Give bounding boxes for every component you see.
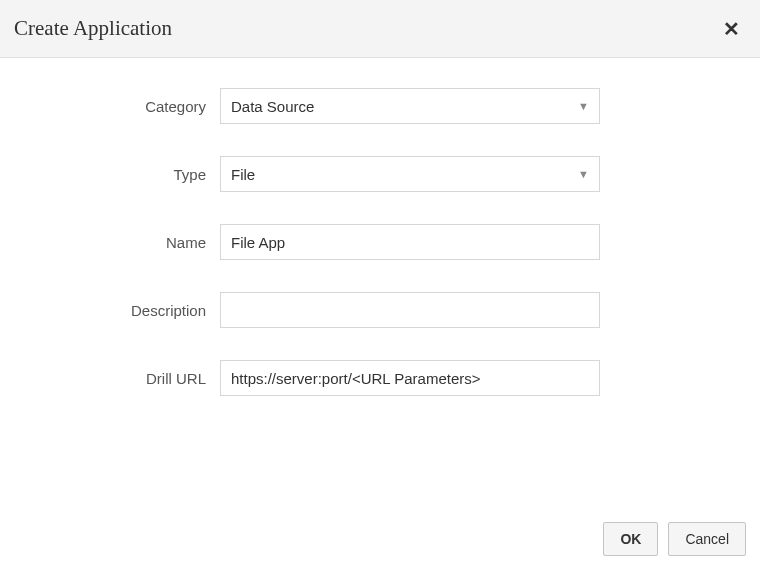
chevron-down-icon: ▼ <box>578 168 589 180</box>
label-category: Category <box>40 98 220 115</box>
dialog-header: Create Application ✕ <box>0 0 760 58</box>
dialog-body: Category Data Source ▼ Type File ▼ Name … <box>0 58 760 448</box>
chevron-down-icon: ▼ <box>578 100 589 112</box>
dialog-title: Create Application <box>14 16 172 41</box>
field-description: Description <box>40 292 720 328</box>
cancel-button[interactable]: Cancel <box>668 522 746 556</box>
label-name: Name <box>40 234 220 251</box>
select-category-value: Data Source <box>231 98 314 115</box>
close-icon[interactable]: ✕ <box>719 15 744 43</box>
field-name: Name <box>40 224 720 260</box>
select-type-value: File <box>231 166 255 183</box>
input-drill-url[interactable] <box>220 360 600 396</box>
select-category[interactable]: Data Source ▼ <box>220 88 600 124</box>
dialog-footer: OK Cancel <box>603 522 746 556</box>
select-type[interactable]: File ▼ <box>220 156 600 192</box>
label-type: Type <box>40 166 220 183</box>
label-drill-url: Drill URL <box>40 370 220 387</box>
input-name[interactable] <box>220 224 600 260</box>
ok-button[interactable]: OK <box>603 522 658 556</box>
label-description: Description <box>40 302 220 319</box>
field-category: Category Data Source ▼ <box>40 88 720 124</box>
field-drill-url: Drill URL <box>40 360 720 396</box>
input-description[interactable] <box>220 292 600 328</box>
field-type: Type File ▼ <box>40 156 720 192</box>
